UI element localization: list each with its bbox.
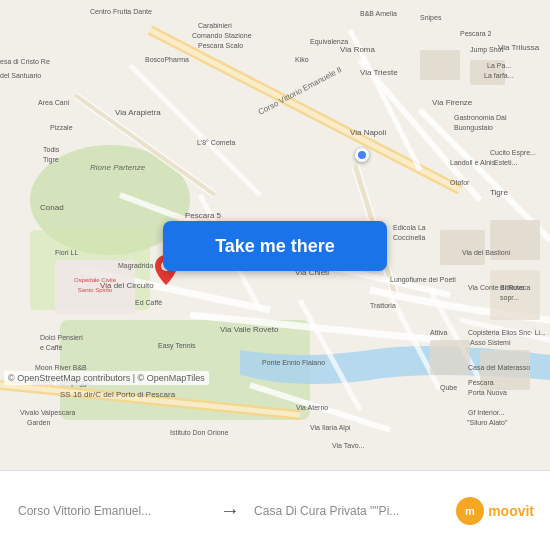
svg-text:Esteti...: Esteti... [494,159,517,166]
map-attribution: © OpenStreetMap contributors | © OpenMap… [4,371,209,385]
svg-text:Pescara 2: Pescara 2 [460,30,492,37]
take-me-there-button[interactable]: Take me there [163,221,387,271]
svg-text:B&B Amelia: B&B Amelia [360,10,397,17]
svg-text:Pizzale: Pizzale [50,124,73,131]
svg-text:Landoll e Alnis: Landoll e Alnis [450,159,496,166]
svg-text:Via Valle Roveto: Via Valle Roveto [220,325,279,334]
svg-text:Via Napoli: Via Napoli [350,128,387,137]
svg-text:Via Trieste: Via Trieste [360,68,398,77]
svg-text:Tigre: Tigre [490,188,508,197]
svg-text:Equivalenza: Equivalenza [310,38,348,46]
svg-text:Trattoria: Trattoria [370,302,396,309]
route-to: Casa Di Cura Privata ""Pi... [246,504,450,518]
svg-text:Via Ilaria Alpi: Via Ilaria Alpi [310,424,351,432]
svg-text:Edicola La: Edicola La [393,224,426,231]
svg-text:Via Trilussa: Via Trilussa [498,43,540,52]
svg-text:Centro Frutta Dante: Centro Frutta Dante [90,8,152,15]
current-location-dot [355,148,369,162]
svg-text:Via Arapietra: Via Arapietra [115,108,161,117]
route-to-label: Casa Di Cura Privata ""Pi... [254,504,442,518]
svg-text:Ed Caffè: Ed Caffè [135,299,162,306]
svg-text:Conad: Conad [40,203,64,212]
svg-text:Gf Interior...: Gf Interior... [468,409,505,416]
svg-text:Casa del Materasso: Casa del Materasso [468,364,530,371]
svg-text:Gastronomia Dal: Gastronomia Dal [454,114,507,121]
svg-text:Lungofiume dei Poeti: Lungofiume dei Poeti [390,276,456,284]
svg-text:Coccinella: Coccinella [393,234,425,241]
svg-text:La Pa...: La Pa... [487,62,511,69]
svg-text:sopr...: sopr... [500,294,519,302]
svg-text:Ponte Ennio Flaiano: Ponte Ennio Flaiano [262,359,325,366]
svg-text:Asso Sistemi: Asso Sistemi [470,339,511,346]
svg-rect-9 [430,340,470,375]
svg-text:Copisteria Elios Snc· Li...: Copisteria Elios Snc· Li... [468,329,546,337]
svg-text:Istituto Don Orione: Istituto Don Orione [170,429,228,436]
svg-text:Buongustaio: Buongustaio [454,124,493,132]
svg-text:Via dei Bastioni: Via dei Bastioni [462,249,511,256]
svg-text:Porta Nuova: Porta Nuova [468,389,507,396]
moovit-logo-icon: m [456,497,484,525]
svg-text:Via Firenze: Via Firenze [432,98,473,107]
svg-rect-4 [420,50,460,80]
svg-text:Biblioteca: Biblioteca [500,284,530,291]
route-from-label: Corso Vittorio Emanuel... [18,504,206,518]
svg-text:Dolci Pensieri: Dolci Pensieri [40,334,83,341]
svg-text:Pescara 5: Pescara 5 [185,211,222,220]
map-container: Ospedale Civile Santo Spirito Rione Part… [0,0,550,470]
svg-text:esa di Cristo Re: esa di Cristo Re [0,58,50,65]
svg-text:Tigre: Tigre [43,156,59,164]
svg-text:Via Roma: Via Roma [340,45,376,54]
svg-text:Fiori LL: Fiori LL [55,249,78,256]
svg-text:Vivalo Valpescara: Vivalo Valpescara [20,409,75,417]
svg-text:Todis: Todis [43,146,60,153]
svg-text:Comando Stazione: Comando Stazione [192,32,252,39]
svg-text:BoscoPharma: BoscoPharma [145,56,189,63]
moovit-logo: m moovit [450,497,540,525]
svg-text:Via Aterno: Via Aterno [296,404,328,411]
svg-text:L'8° Cometa: L'8° Cometa [197,139,235,146]
svg-text:"Siluro Alato": "Siluro Alato" [467,419,508,426]
svg-text:Pescara: Pescara [468,379,494,386]
svg-text:Snipes: Snipes [420,14,442,22]
svg-text:SS 16 dir/C del Porto di Pesca: SS 16 dir/C del Porto di Pescara [60,390,176,399]
svg-text:Magradrida: Magradrida [118,262,154,270]
svg-text:Cucito Espre...: Cucito Espre... [490,149,536,157]
svg-text:La farfa...: La farfa... [484,72,514,79]
svg-text:e Caffè: e Caffè [40,344,63,351]
route-from: Corso Vittorio Emanuel... [10,504,214,518]
svg-text:Carabinieri: Carabinieri [198,22,232,29]
bottom-bar: Corso Vittorio Emanuel... → Casa Di Cura… [0,470,550,550]
svg-text:Rione Partenze: Rione Partenze [90,163,146,172]
svg-text:Pescara Scalo: Pescara Scalo [198,42,243,49]
svg-text:Via Tavo...: Via Tavo... [332,442,364,449]
svg-rect-6 [440,230,485,265]
svg-text:Attiva: Attiva [430,329,448,336]
moovit-brand-text: moovit [488,503,534,519]
svg-text:Via del Circuito: Via del Circuito [100,281,154,290]
svg-text:Otofor: Otofor [450,179,470,186]
svg-text:m: m [465,505,475,517]
svg-text:Garden: Garden [27,419,50,426]
route-arrow: → [214,499,246,522]
svg-text:Area Cani: Area Cani [38,99,70,106]
svg-text:Moon River B&B: Moon River B&B [35,364,87,371]
svg-text:Easy Tennis: Easy Tennis [158,342,196,350]
svg-text:Qube: Qube [440,384,457,392]
svg-text:del Santuario: del Santuario [0,72,41,79]
svg-text:Kiko: Kiko [295,56,309,63]
